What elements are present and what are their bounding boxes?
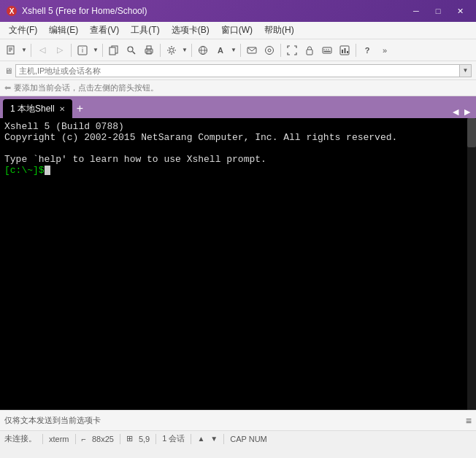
svg-point-10 bbox=[128, 47, 133, 52]
separator4 bbox=[160, 44, 161, 57]
menu-help[interactable]: 帮助(H) bbox=[258, 23, 300, 38]
terminal-line4: Type `help' to learn how to use Xshell p… bbox=[4, 154, 472, 165]
maximize-button[interactable]: □ bbox=[428, 4, 448, 18]
toolbar-dropdown2[interactable]: ▼ bbox=[92, 42, 99, 58]
menu-file[interactable]: 文件(F) bbox=[3, 23, 43, 38]
svg-line-11 bbox=[133, 51, 136, 54]
status-sep4 bbox=[156, 434, 156, 444]
svg-rect-22 bbox=[307, 50, 312, 55]
toolbar-font[interactable]: A bbox=[212, 42, 229, 58]
svg-point-21 bbox=[268, 49, 271, 52]
status-caps: CAP NUM bbox=[230, 435, 267, 443]
bottom-bar-dropdown[interactable]: ≡ bbox=[466, 415, 472, 427]
separator6 bbox=[240, 44, 241, 57]
menu-bar: 文件(F) 编辑(E) 查看(V) 工具(T) 选项卡(B) 窗口(W) 帮助(… bbox=[0, 22, 476, 39]
toolbar-properties[interactable]: i bbox=[74, 42, 91, 58]
status-connection: 未连接。 bbox=[4, 433, 37, 444]
menu-window[interactable]: 窗口(W) bbox=[215, 23, 258, 38]
menu-tabs[interactable]: 选项卡(B) bbox=[166, 23, 215, 38]
terminal-cursor bbox=[45, 166, 50, 175]
svg-rect-23 bbox=[323, 47, 331, 53]
status-sep5 bbox=[191, 434, 191, 444]
tab-add-button[interactable]: + bbox=[72, 99, 88, 118]
toolbar-lock[interactable] bbox=[302, 42, 318, 58]
toolbar-print[interactable] bbox=[141, 42, 157, 58]
terminal-line2: Copyright (c) 2002-2015 NetSarang Comput… bbox=[4, 132, 472, 143]
toolbar-dropdown1[interactable]: ▼ bbox=[20, 42, 28, 58]
minimize-button[interactable]: ─ bbox=[406, 4, 426, 18]
svg-text:i: i bbox=[82, 47, 83, 54]
window-controls: ─ □ ✕ bbox=[406, 4, 470, 18]
status-sep3 bbox=[120, 434, 120, 444]
terminal-scrollbar-thumb[interactable] bbox=[467, 118, 476, 147]
app-icon: X bbox=[6, 5, 18, 17]
svg-rect-9 bbox=[110, 47, 115, 55]
tab-close-button[interactable]: ✕ bbox=[59, 105, 65, 113]
toolbar-more[interactable]: » bbox=[377, 42, 393, 58]
menu-edit[interactable]: 编辑(E) bbox=[43, 23, 84, 38]
toolbar-web[interactable] bbox=[195, 42, 211, 58]
status-sep6 bbox=[223, 434, 224, 444]
toolbar-keyboard[interactable] bbox=[319, 42, 335, 58]
tab-bar: 1 本地Shell ✕ + ◀ ▶ bbox=[0, 96, 476, 118]
menu-tools[interactable]: 工具(T) bbox=[125, 23, 165, 38]
svg-point-15 bbox=[170, 48, 174, 52]
status-sessions: 1 会话 bbox=[162, 433, 185, 444]
toolbar-fullscreen[interactable] bbox=[284, 42, 300, 58]
status-size: 88x25 bbox=[92, 435, 114, 443]
menu-view[interactable]: 查看(V) bbox=[84, 23, 125, 38]
toolbar-dropdown4[interactable]: ▼ bbox=[230, 42, 237, 58]
svg-rect-31 bbox=[347, 51, 348, 53]
svg-rect-30 bbox=[345, 48, 346, 53]
toolbar-search[interactable] bbox=[123, 42, 139, 58]
svg-text:X: X bbox=[9, 7, 15, 15]
status-position: 5,9 bbox=[139, 435, 150, 443]
terminal[interactable]: Xshell 5 (Build 0788) Copyright (c) 2002… bbox=[0, 118, 476, 410]
window-title: Xshell 5 (Free for Home/School) bbox=[22, 6, 406, 16]
bottom-bar-text: 仅将文本发送到当前选项卡 bbox=[4, 415, 463, 426]
status-grid-icon: ⊞ bbox=[126, 434, 133, 443]
hint-bar: ⬅ 要添加当前会话，点击左侧的箭头按钮。 bbox=[0, 80, 476, 96]
tab-nav-right[interactable]: ▶ bbox=[461, 106, 473, 118]
toolbar: ▼ ◁ ▷ i ▼ ▼ A ▼ ? » bbox=[0, 39, 476, 61]
toolbar-copy[interactable] bbox=[106, 42, 122, 58]
address-icon: 🖥 bbox=[4, 66, 12, 75]
tab-nav-left[interactable]: ◀ bbox=[450, 106, 461, 118]
toolbar-dropdown3[interactable]: ▼ bbox=[181, 42, 188, 58]
svg-point-20 bbox=[266, 46, 274, 54]
status-sep1 bbox=[42, 434, 43, 444]
terminal-prompt-line: [c:\~]$ bbox=[4, 165, 472, 176]
separator5 bbox=[191, 44, 192, 57]
toolbar-help[interactable]: ? bbox=[359, 42, 375, 58]
toolbar-forward[interactable]: ▷ bbox=[52, 42, 68, 58]
toolbar-back[interactable]: ◁ bbox=[34, 42, 50, 58]
status-scroll-down[interactable]: ▼ bbox=[210, 435, 218, 443]
tab-local-shell[interactable]: 1 本地Shell ✕ bbox=[3, 99, 72, 118]
toolbar-email[interactable] bbox=[244, 42, 260, 58]
terminal-wrapper: Xshell 5 (Build 0788) Copyright (c) 2002… bbox=[0, 118, 476, 410]
status-scroll-up[interactable]: ▲ bbox=[197, 435, 204, 443]
bottom-bar: 仅将文本发送到当前选项卡 ≡ bbox=[0, 410, 476, 430]
toolbar-new[interactable] bbox=[3, 42, 19, 58]
toolbar-chart[interactable] bbox=[337, 42, 353, 58]
separator1 bbox=[31, 44, 31, 57]
terminal-content: Xshell 5 (Build 0788) Copyright (c) 2002… bbox=[4, 121, 472, 407]
svg-rect-29 bbox=[342, 50, 343, 53]
terminal-line3 bbox=[4, 143, 472, 154]
address-dropdown[interactable]: ▼ bbox=[460, 64, 472, 77]
status-size-icon: ⌐ bbox=[82, 435, 86, 443]
toolbar-disk[interactable] bbox=[261, 42, 277, 58]
terminal-scrollbar[interactable] bbox=[467, 118, 476, 410]
title-bar: X Xshell 5 (Free for Home/School) ─ □ ✕ bbox=[0, 0, 476, 22]
separator7 bbox=[280, 44, 281, 57]
status-bar: 未连接。 xterm ⌐ 88x25 ⊞ 5,9 1 会话 ▲ ▼ CAP NU… bbox=[0, 430, 476, 446]
toolbar-settings[interactable] bbox=[164, 42, 180, 58]
separator3 bbox=[102, 44, 103, 57]
separator2 bbox=[71, 44, 72, 57]
address-bar: 🖥 ▼ bbox=[0, 61, 476, 80]
address-input[interactable] bbox=[15, 64, 460, 77]
close-button[interactable]: ✕ bbox=[450, 4, 470, 18]
separator8 bbox=[356, 44, 356, 57]
tab-navigation: ◀ ▶ bbox=[450, 106, 476, 118]
status-sep2 bbox=[75, 434, 76, 444]
